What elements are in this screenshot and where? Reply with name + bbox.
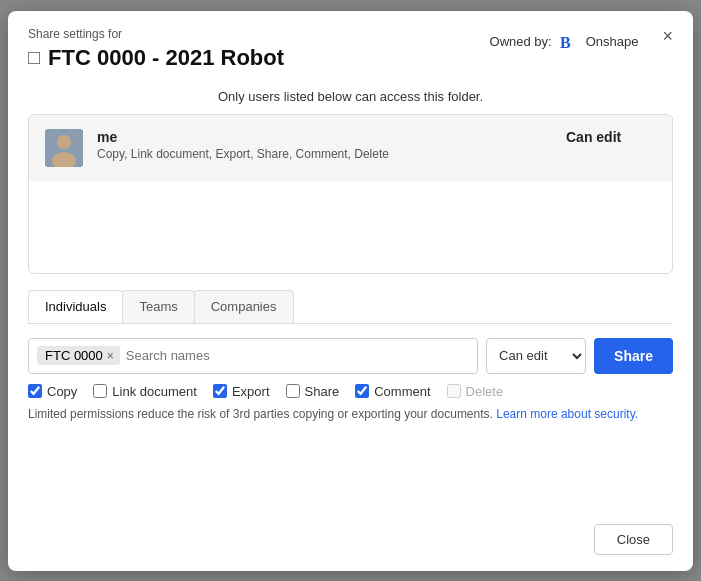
permissions-row: Copy Link document Export Share Comment … — [28, 384, 673, 399]
close-icon-button[interactable]: × — [654, 27, 673, 45]
folder-icon: □ — [28, 46, 40, 69]
search-input[interactable] — [126, 348, 469, 363]
perm-comment[interactable]: Comment — [355, 384, 430, 399]
dialog-main-title: □ FTC 0000 - 2021 Robot — [28, 45, 284, 71]
tag-remove-icon[interactable]: × — [107, 350, 114, 362]
users-list: me Copy, Link document, Export, Share, C… — [28, 114, 673, 274]
dialog-subtitle: Share settings for — [28, 27, 284, 41]
onshape-logo-icon: B — [558, 31, 580, 53]
share-dialog: Share settings for □ FTC 0000 - 2021 Rob… — [8, 11, 693, 571]
perm-delete-checkbox — [447, 384, 461, 398]
perm-copy-checkbox[interactable] — [28, 384, 42, 398]
perm-comment-label: Comment — [374, 384, 430, 399]
search-tag[interactable]: FTC 0000 × — [37, 346, 120, 365]
owner-name: Onshape — [586, 34, 639, 49]
perm-copy-label: Copy — [47, 384, 77, 399]
dialog-title-text: FTC 0000 - 2021 Robot — [48, 45, 284, 71]
perm-share-checkbox[interactable] — [286, 384, 300, 398]
perm-export-label: Export — [232, 384, 270, 399]
tag-label: FTC 0000 — [45, 348, 103, 363]
svg-text:B: B — [560, 34, 571, 51]
perm-link-document[interactable]: Link document — [93, 384, 197, 399]
security-notice-text: Limited permissions reduce the risk of 3… — [28, 407, 493, 421]
user-name: me — [97, 129, 566, 145]
perm-comment-checkbox[interactable] — [355, 384, 369, 398]
perm-export[interactable]: Export — [213, 384, 270, 399]
security-notice: Limited permissions reduce the risk of 3… — [28, 407, 673, 421]
dialog-header: Share settings for □ FTC 0000 - 2021 Rob… — [8, 11, 693, 81]
perm-delete[interactable]: Delete — [447, 384, 504, 399]
permission-select[interactable]: Can edit Can view — [486, 338, 586, 374]
close-dialog-button[interactable]: Close — [594, 524, 673, 555]
share-input-row: FTC 0000 × Can edit Can view Share — [28, 338, 673, 374]
avatar-image — [45, 129, 83, 167]
share-controls: FTC 0000 × Can edit Can view Share Copy … — [28, 338, 673, 421]
dialog-footer: Close — [8, 508, 693, 571]
owned-by-label: Owned by: — [490, 34, 552, 49]
svg-point-3 — [57, 135, 71, 149]
perm-copy[interactable]: Copy — [28, 384, 77, 399]
tab-companies[interactable]: Companies — [194, 290, 294, 323]
owner-area: Owned by: B Onshape — [490, 31, 639, 53]
table-row: me Copy, Link document, Export, Share, C… — [29, 115, 672, 181]
title-area: Share settings for □ FTC 0000 - 2021 Rob… — [28, 27, 284, 71]
perm-link-doc-label: Link document — [112, 384, 197, 399]
tag-input-wrapper[interactable]: FTC 0000 × — [28, 338, 478, 374]
access-notice: Only users listed below can access this … — [8, 81, 693, 114]
tabs-container: Individuals Teams Companies — [28, 290, 673, 324]
perm-export-checkbox[interactable] — [213, 384, 227, 398]
perm-link-doc-checkbox[interactable] — [93, 384, 107, 398]
perm-delete-label: Delete — [466, 384, 504, 399]
perm-share[interactable]: Share — [286, 384, 340, 399]
perm-share-label: Share — [305, 384, 340, 399]
avatar — [45, 129, 83, 167]
tab-individuals[interactable]: Individuals — [28, 290, 123, 323]
user-role: Can edit — [566, 129, 656, 145]
user-info: me Copy, Link document, Export, Share, C… — [97, 129, 566, 161]
tab-teams[interactable]: Teams — [122, 290, 194, 323]
user-permissions-text: Copy, Link document, Export, Share, Comm… — [97, 147, 566, 161]
share-button[interactable]: Share — [594, 338, 673, 374]
security-learn-more-link[interactable]: Learn more about security. — [496, 407, 638, 421]
